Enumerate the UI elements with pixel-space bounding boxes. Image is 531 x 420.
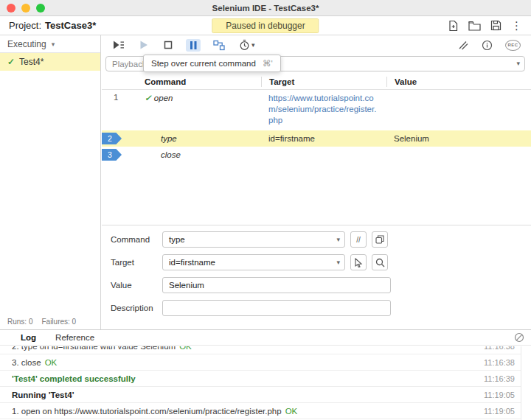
value-input[interactable] [162,277,391,293]
test-name-label: Test4* [19,57,44,67]
row-number: 1 [102,93,137,102]
disable-breakpoints-button[interactable] [456,38,471,52]
log-entry: 1. open on https://www.tutorialspoint.co… [0,403,521,419]
timer-icon [239,39,250,51]
play-icon [139,40,149,50]
info-button[interactable] [480,38,494,52]
log-timestamp: 11:16:38 [484,346,515,351]
executing-label: Executing [7,39,46,49]
log-list: 2. type on id=firstname with value Selen… [0,346,521,420]
target-field-label: Target [111,258,162,267]
breakpoint-badge: 3 [102,149,122,161]
description-field-label: Description [111,304,162,312]
tab-reference[interactable]: Reference [55,333,94,342]
command-column-header[interactable]: Command [137,77,261,86]
select-target-button[interactable] [350,254,367,270]
table-row-current[interactable]: 2 type id=firstname Selenium [102,130,531,147]
failures-count: Failures: 0 [41,318,76,326]
test-passed-check-icon: ✓ [7,57,15,67]
log-tab-bar: Log Reference [0,330,531,346]
chevron-down-icon: ▾ [336,259,340,266]
log-timestamp: 11:19:05 [484,391,515,399]
table-row[interactable]: 3 close [102,147,531,163]
target-cell: id=firstname [261,133,386,144]
description-input[interactable] [162,300,391,316]
zoom-button[interactable] [36,4,45,13]
clear-log-button[interactable] [514,332,524,343]
runs-summary: Runs: 0 Failures: 0 [7,318,76,326]
form-divider [102,225,531,225]
log-entry: Running 'Test4' 11:19:05 [0,387,521,403]
test-speed-button[interactable]: ▾ [237,38,257,52]
value-column-header[interactable]: Value [386,77,531,87]
close-button[interactable] [7,4,15,13]
tab-log[interactable]: Log [21,333,36,342]
cursor-icon [354,258,363,267]
passed-check-icon: ✓ [145,94,152,102]
play-all-icon [112,40,125,50]
sidebar: Executing ▾ ✓ Test4* Runs: 0 Failures: 0 [0,35,101,329]
circle-slash-icon [514,332,524,343]
value-form-row: Value [111,277,522,293]
copy-command-button[interactable] [372,231,388,248]
sidebar-item-test4[interactable]: ✓ Test4* [0,53,100,71]
log-entry: 'Test4' completed successfully 11:16:39 [0,371,521,387]
open-project-button[interactable] [468,21,481,31]
main-content: ▾ REC ▾ Step over current command ⌘' [102,35,531,329]
step-over-icon [213,40,225,51]
find-target-button[interactable] [372,254,388,270]
command-field-label: Command [111,235,162,244]
run-all-tests-button[interactable] [111,38,126,52]
target-cell: https://www.tutorialspoint.com/selenium/… [261,93,386,126]
target-column-header[interactable]: Target [261,77,386,87]
value-cell: Selenium [386,134,531,143]
kebab-menu-icon: ⋮ [511,20,522,31]
log-text: 2. type on id=firstname with value Selen… [12,346,176,351]
command-select[interactable]: type ▾ [162,231,345,248]
titlebar: Selenium IDE - TestCase3* [0,0,531,16]
window-title: Selenium IDE - TestCase3* [212,4,319,13]
new-test-button[interactable] [448,20,459,32]
stop-button[interactable] [162,38,175,52]
log-entry: 2. type on id=firstname with value Selen… [0,346,521,354]
command-text: open [154,94,173,102]
folder-icon [468,21,481,31]
runs-count: Runs: 0 [7,318,32,326]
pause-icon [189,41,198,50]
table-row[interactable]: 1 ✓ open https://www.tutorialspoint.com/… [102,90,531,130]
project-name: TestCase3* [45,20,96,31]
log-scrollbar[interactable] [521,346,531,420]
disable-breakpoints-icon [457,40,469,51]
table-header: Command Target Value [102,74,531,90]
record-button[interactable]: REC [504,38,522,52]
save-project-button[interactable] [490,20,502,31]
traffic-lights [7,4,45,13]
log-entry: 3. close OK 11:16:38 [0,354,521,371]
log-status: OK [179,346,192,351]
step-over-tooltip: Step over current command ⌘' [143,55,281,72]
target-select-value: id=firstname [169,258,215,267]
minimize-button[interactable] [21,4,30,13]
executing-dropdown[interactable]: Executing ▾ [0,35,100,53]
chevron-down-icon: ▾ [52,41,55,48]
command-form-row: Command type ▾ // [111,231,522,248]
run-current-test-button[interactable] [137,38,150,52]
tooltip-shortcut: ⌘' [263,58,273,69]
project-bar: Project: TestCase3* Paused in debugger ⋮ [0,16,531,35]
project-actions: ⋮ [448,20,522,32]
log-timestamp: 11:16:38 [484,358,515,367]
command-select-value: type [169,235,185,244]
stop-icon [163,40,173,50]
more-options-button[interactable]: ⋮ [511,20,522,31]
target-select[interactable]: id=firstname ▾ [162,254,345,270]
step-over-button[interactable] [212,38,226,52]
chevron-down-icon: ▾ [251,41,255,49]
rec-icon: REC [505,40,521,51]
command-cell: type [137,134,261,143]
log-text: 3. close [12,358,41,367]
toggle-comment-button[interactable]: // [350,231,367,248]
target-form-row: Target id=firstname ▾ [111,254,522,270]
command-form: Command type ▾ // Target id=firstname ▾ [111,231,522,323]
pause-button[interactable] [186,39,201,52]
log-panel: Log Reference 2. type on id=firstname wi… [0,329,531,420]
